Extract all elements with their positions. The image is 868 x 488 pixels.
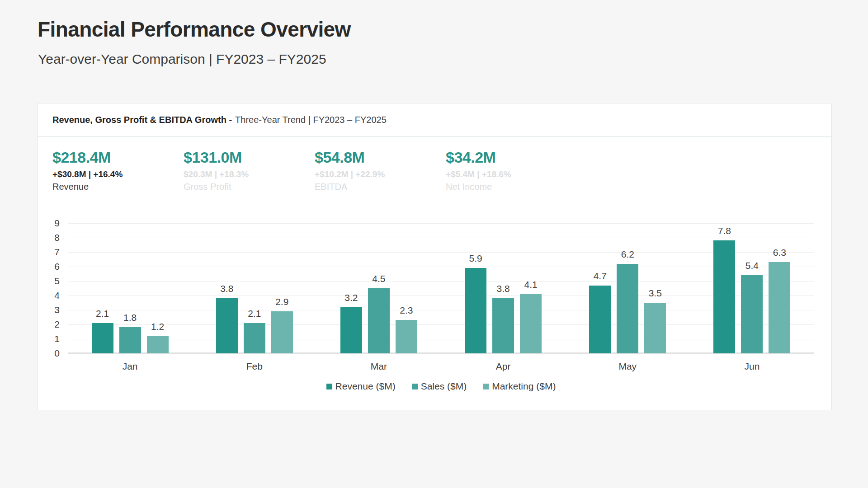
- bar-revenue-m-may: 4.7: [589, 286, 611, 353]
- bar-group-may: 4.76.23.5: [566, 223, 690, 353]
- kpi-value-revenue: $218.4M: [52, 149, 184, 166]
- card-title-bold: Revenue, Gross Profit & EBITDA Growth -: [52, 115, 232, 125]
- card-header: Revenue, Gross Profit & EBITDA Growth - …: [38, 103, 831, 137]
- kpi-value-ebitda: $54.8M: [315, 149, 446, 166]
- bar-value-label: 2.1: [248, 308, 261, 319]
- x-tick-label-mar: Mar: [316, 361, 441, 372]
- y-tick-label-3: 3: [38, 305, 60, 315]
- bar-value-label: 2.3: [400, 305, 413, 316]
- x-tick-label-feb: Feb: [192, 361, 316, 372]
- kpi-row: $218.4M+$30.8M | +16.4%Revenue$131.0M$20…: [52, 149, 577, 192]
- bar-value-label: 2.1: [96, 308, 109, 319]
- x-axis-labels: JanFebMarAprMayJun: [68, 361, 814, 372]
- y-tick-label-1: 1: [38, 333, 60, 344]
- kpi-label-net-income: Net Income: [446, 182, 577, 192]
- bar-value-label: 2.9: [275, 296, 288, 307]
- bar-value-label: 7.8: [718, 225, 731, 236]
- bar-group-feb: 3.82.12.9: [192, 223, 316, 353]
- y-tick-label-7: 7: [38, 247, 60, 258]
- bar-marketing-m-feb: 2.9: [271, 311, 293, 353]
- legend-swatch-sales-m: [412, 384, 418, 389]
- kpi-delta-revenue: +$30.8M | +16.4%: [52, 169, 184, 179]
- page-subtitle: Year-over-Year Comparison | FY2023 – FY2…: [38, 52, 326, 67]
- bar-value-label: 6.2: [621, 249, 634, 260]
- x-tick-label-apr: Apr: [441, 361, 566, 372]
- bar-value-label: 1.2: [151, 321, 164, 332]
- plot-area: 2.11.81.23.82.12.93.24.52.35.93.84.14.76…: [68, 223, 814, 353]
- bar-marketing-m-apr: 4.1: [520, 294, 542, 353]
- bar-value-label: 4.1: [524, 279, 537, 290]
- legend-label-revenue-m: Revenue ($M): [335, 381, 396, 392]
- kpi-tile-ebitda[interactable]: $54.8M+$10.2M | +22.9%EBITDA: [315, 149, 446, 192]
- y-tick-label-6: 6: [38, 261, 60, 272]
- bar-value-label: 3.8: [220, 283, 233, 294]
- kpi-tile-gross-profit[interactable]: $131.0M$20.3M | +18.3%Gross Profit: [184, 149, 315, 192]
- page-title: Financial Performance Overview: [38, 17, 351, 42]
- bar-revenue-m-jan: 2.1: [92, 323, 113, 353]
- kpi-tile-net-income[interactable]: $34.2M+$5.4M | +18.6%Net Income: [446, 149, 577, 192]
- legend-swatch-marketing-m: [483, 384, 489, 389]
- legend-label-sales-m: Sales ($M): [421, 381, 467, 392]
- y-axis-labels: 9876543210: [38, 223, 60, 353]
- bar-value-label: 3.8: [496, 283, 509, 294]
- legend-item-revenue-m[interactable]: Revenue ($M): [326, 381, 396, 392]
- kpi-tile-revenue[interactable]: $218.4M+$30.8M | +16.4%Revenue: [52, 149, 184, 192]
- y-tick-label-8: 8: [38, 232, 60, 243]
- bar-revenue-m-feb: 3.8: [216, 298, 238, 353]
- y-tick-label-9: 9: [38, 218, 60, 229]
- legend-item-sales-m[interactable]: Sales ($M): [412, 381, 467, 392]
- kpi-delta-net-income: +$5.4M | +18.6%: [446, 169, 577, 179]
- bar-group-mar: 3.24.52.3: [316, 223, 441, 353]
- legend-item-marketing-m[interactable]: Marketing ($M): [483, 381, 556, 392]
- legend-swatch-revenue-m: [326, 384, 332, 389]
- bar-value-label: 5.4: [745, 260, 759, 271]
- bar-marketing-m-may: 3.5: [644, 303, 666, 353]
- bar-revenue-m-mar: 3.2: [340, 307, 362, 353]
- bar-group-jun: 7.85.46.3: [690, 223, 814, 353]
- chart-legend: Revenue ($M)Sales ($M)Marketing ($M): [68, 381, 814, 392]
- legend-label-marketing-m: Marketing ($M): [492, 381, 556, 392]
- bar-value-label: 3.2: [344, 292, 358, 303]
- bar-marketing-m-jun: 6.3: [769, 262, 790, 353]
- kpi-value-net-income: $34.2M: [446, 149, 577, 166]
- bar-sales-m-jun: 5.4: [741, 275, 763, 353]
- y-tick-label-5: 5: [38, 276, 60, 286]
- kpi-delta-ebitda: +$10.2M | +22.9%: [315, 169, 446, 179]
- x-tick-label-may: May: [566, 361, 690, 372]
- card-title-rest: Three-Year Trend | FY2023 – FY2025: [235, 115, 387, 125]
- bar-group-jan: 2.11.81.2: [68, 223, 192, 353]
- x-tick-label-jan: Jan: [68, 361, 192, 372]
- bar-marketing-m-jan: 1.2: [147, 336, 169, 353]
- x-tick-label-jun: Jun: [690, 361, 814, 372]
- bar-value-label: 4.7: [594, 271, 607, 282]
- bar-value-label: 6.3: [773, 247, 786, 258]
- bar-sales-m-feb: 2.1: [244, 323, 265, 353]
- kpi-label-revenue: Revenue: [52, 182, 184, 192]
- bar-marketing-m-mar: 2.3: [396, 320, 417, 353]
- bar-sales-m-jan: 1.8: [119, 327, 141, 353]
- bar-value-label: 3.5: [649, 288, 662, 299]
- y-tick-label-4: 4: [38, 290, 60, 301]
- bar-value-label: 4.5: [372, 273, 385, 284]
- bar-sales-m-mar: 4.5: [368, 288, 390, 353]
- y-tick-label-0: 0: [38, 348, 60, 359]
- kpi-label-ebitda: EBITDA: [315, 182, 446, 192]
- kpi-value-gross-profit: $131.0M: [184, 149, 315, 166]
- y-tick-label-2: 2: [38, 319, 60, 330]
- bar-value-label: 1.8: [123, 312, 137, 323]
- bar-value-label: 5.9: [469, 253, 482, 264]
- bar-sales-m-apr: 3.8: [492, 298, 514, 353]
- bar-group-apr: 5.93.84.1: [441, 223, 566, 353]
- bar-revenue-m-apr: 5.9: [465, 268, 486, 353]
- bar-revenue-m-jun: 7.8: [713, 240, 735, 353]
- bar-sales-m-may: 6.2: [617, 264, 638, 353]
- kpi-delta-gross-profit: $20.3M | +18.3%: [184, 169, 315, 179]
- kpi-label-gross-profit: Gross Profit: [184, 182, 315, 192]
- chart-card: Revenue, Gross Profit & EBITDA Growth - …: [37, 103, 832, 410]
